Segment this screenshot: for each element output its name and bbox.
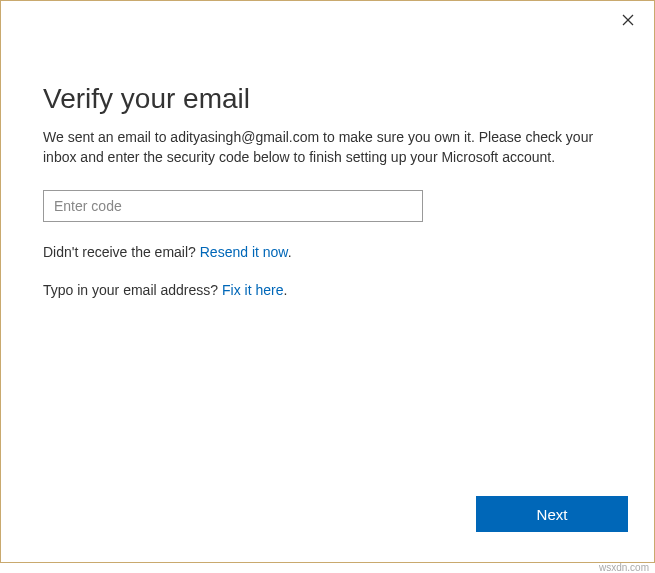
typo-suffix: .	[283, 282, 287, 298]
verify-email-dialog: Verify your email We sent an email to ad…	[0, 0, 655, 563]
dialog-content: Verify your email We sent an email to ad…	[1, 1, 654, 298]
description-text: We sent an email to adityasingh@gmail.co…	[43, 127, 612, 168]
typo-line: Typo in your email address? Fix it here.	[43, 282, 612, 298]
resend-prefix: Didn't receive the email?	[43, 244, 200, 260]
resend-link[interactable]: Resend it now	[200, 244, 288, 260]
close-button[interactable]	[616, 9, 640, 33]
code-input[interactable]	[43, 190, 423, 222]
fix-link[interactable]: Fix it here	[222, 282, 283, 298]
typo-prefix: Typo in your email address?	[43, 282, 222, 298]
watermark-text: wsxdn.com	[599, 562, 649, 573]
resend-suffix: .	[288, 244, 292, 260]
resend-line: Didn't receive the email? Resend it now.	[43, 244, 612, 260]
page-title: Verify your email	[43, 83, 612, 115]
next-button[interactable]: Next	[476, 496, 628, 532]
close-icon	[622, 12, 634, 30]
